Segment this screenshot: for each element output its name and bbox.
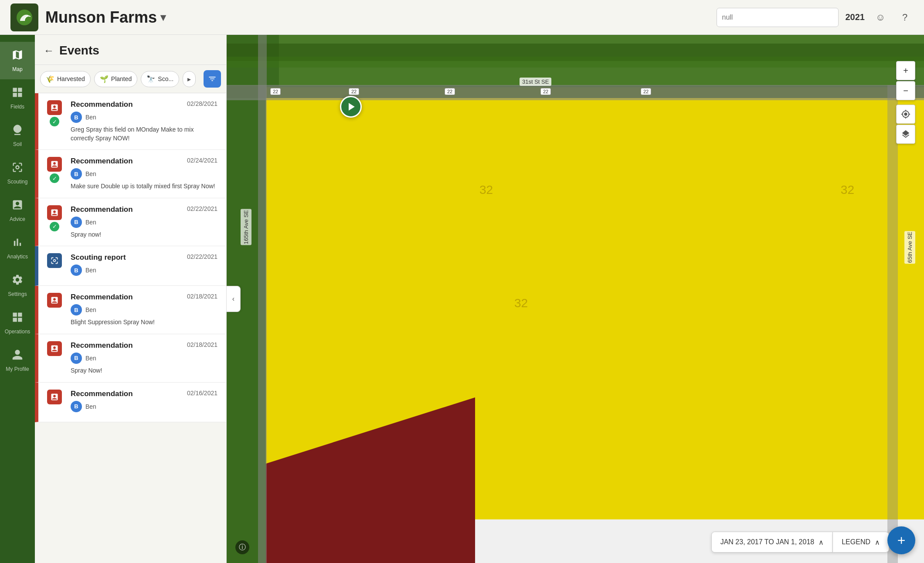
user-avatar: B [71,112,82,123]
filter-planted-button[interactable]: 🌱 Planted [94,71,137,87]
field-number-1: 32 [479,183,493,197]
scouting-report-icon [47,253,62,268]
filter-active-button[interactable] [204,70,221,88]
filter-scouting-button[interactable]: 🔭 Sco... [141,71,179,87]
farm-name-chevron: ▾ [160,11,166,24]
sidebar-item-settings[interactable]: Settings [0,267,35,304]
field-number-3: 32 [514,296,528,310]
sidebar-item-myprofile[interactable]: My Profile [0,342,35,379]
user-avatar: B [71,304,82,315]
map-tree-strip2 [227,57,924,68]
svg-rect-4 [18,93,22,97]
legend-button[interactable]: LEGEND ∧ [833,532,889,553]
sidebar-item-soil-label: Soil [13,141,22,147]
sidebar-nav: Map Fields Soil Scouting Advice [0,35,35,563]
sidebar-item-operations[interactable]: Operations [0,304,35,342]
sidebar-item-operations-label: Operations [5,329,31,335]
map-collapse-button[interactable]: ‹ [227,286,241,312]
event-type-label: Recommendation [71,100,133,109]
location-button[interactable] [896,105,915,124]
event-item[interactable]: Recommendation 02/16/2021 B Ben [35,383,226,422]
status-check-icon: ✓ [50,117,59,126]
info-button[interactable]: ⓘ [235,540,249,554]
info-icon: ⓘ [239,543,246,552]
planted-icon: 🌱 [100,75,109,83]
advice-icon [11,199,24,214]
event-item[interactable]: ✓ Recommendation 02/22/2021 B Ben Spray … [35,198,226,247]
event-item[interactable]: Recommendation 02/18/2021 B Ben Spray No… [35,334,226,383]
event-type-label: Scouting report [71,253,126,262]
event-item[interactable]: ✓ Recommendation 02/24/2021 B Ben Make s… [35,150,226,198]
status-check-icon: ✓ [50,173,59,183]
map-bottom-bar: JAN 23, 2017 TO JAN 1, 2018 ∧ LEGEND ∧ [711,532,889,553]
road-number-2: 22 [349,88,359,95]
legend-chevron: ∧ [875,538,880,546]
filter-harvested-button[interactable]: 🌾 Harvested [40,71,91,87]
header-right: 2021 ☺ ? [717,8,914,27]
user-name: Ben [85,306,96,313]
event-item[interactable]: Recommendation 02/18/2021 B Ben Blight S… [35,286,226,334]
sidebar-item-fields[interactable]: Fields [0,79,35,117]
events-header: ← Events [35,35,226,65]
app-logo [10,3,38,31]
recommendation-icon [47,100,62,115]
user-name: Ben [85,355,96,362]
event-content: Recommendation 02/18/2021 B Ben Blight S… [71,293,217,327]
navigation-arrow[interactable] [340,96,362,118]
event-date: 02/22/2021 [187,253,217,260]
user-name: Ben [85,267,96,274]
svg-rect-2 [18,88,22,92]
event-type-label: Recommendation [71,157,133,166]
road-label-31st: 31st St SE [520,78,551,86]
year-badge: 2021 [846,12,865,22]
fab-icon: + [897,532,906,549]
layers-button[interactable] [896,125,915,144]
user-avatar: B [71,265,82,276]
events-list: ✓ Recommendation 02/28/2021 B Ben Greg S… [35,93,226,563]
filter-more-button[interactable]: ▸ [183,71,196,87]
fab-button[interactable]: + [887,526,915,554]
smiley-button[interactable]: ☺ [872,9,889,26]
sidebar-item-map[interactable]: Map [0,42,35,79]
user-avatar: B [71,353,82,364]
soil-icon [11,124,24,139]
event-date: 02/18/2021 [187,341,217,348]
user-name: Ben [85,170,96,177]
farm-name[interactable]: Munson Farms ▾ [45,8,717,27]
event-content: Recommendation 02/24/2021 B Ben Make sur… [71,157,217,191]
event-item[interactable]: ✓ Recommendation 02/28/2021 B Ben Greg S… [35,93,226,150]
myprofile-icon [11,349,24,363]
date-range-button[interactable]: JAN 23, 2017 TO JAN 1, 2018 ∧ [711,532,833,553]
map-area[interactable]: 31st St SE 22 22 22 22 22 165th Ave SE 6… [227,35,924,563]
zoom-in-button[interactable]: + [896,61,915,80]
map-red-field-container [266,397,475,563]
sidebar-item-myprofile-label: My Profile [6,366,29,372]
recommendation-icon [47,390,62,404]
event-description: Blight Suppression Spray Now! [71,318,217,327]
event-date: 02/18/2021 [187,293,217,300]
sidebar-item-scouting-label: Scouting [7,179,28,185]
field-number-2: 32 [841,183,854,197]
user-avatar: B [71,168,82,180]
event-content: Scouting report 02/22/2021 B Ben [71,253,217,278]
sidebar-item-scouting[interactable]: Scouting [0,154,35,192]
user-name: Ben [85,403,96,410]
user-name: Ben [85,114,96,121]
recommendation-icon [47,341,62,356]
event-content: Recommendation 02/18/2021 B Ben Spray No… [71,341,217,375]
event-item[interactable]: Scouting report 02/22/2021 B Ben [35,246,226,286]
road-label-65th: 65th Ave SE [904,231,915,264]
map-controls-right: + − [896,61,915,144]
sidebar-item-analytics[interactable]: Analytics [0,229,35,267]
search-input[interactable] [717,8,839,27]
back-button[interactable]: ← [44,44,54,57]
sidebar-item-soil[interactable]: Soil [0,117,35,154]
sidebar-item-advice[interactable]: Advice [0,192,35,229]
filter-bar: 🌾 Harvested 🌱 Planted 🔭 Sco... ▸ [35,65,226,93]
zoom-out-button[interactable]: − [896,81,915,100]
event-date: 02/28/2021 [187,100,217,107]
event-description: Spray Now! [71,366,217,375]
help-button[interactable]: ? [896,9,914,26]
sidebar-item-analytics-label: Analytics [7,254,28,260]
fields-icon [11,86,24,101]
